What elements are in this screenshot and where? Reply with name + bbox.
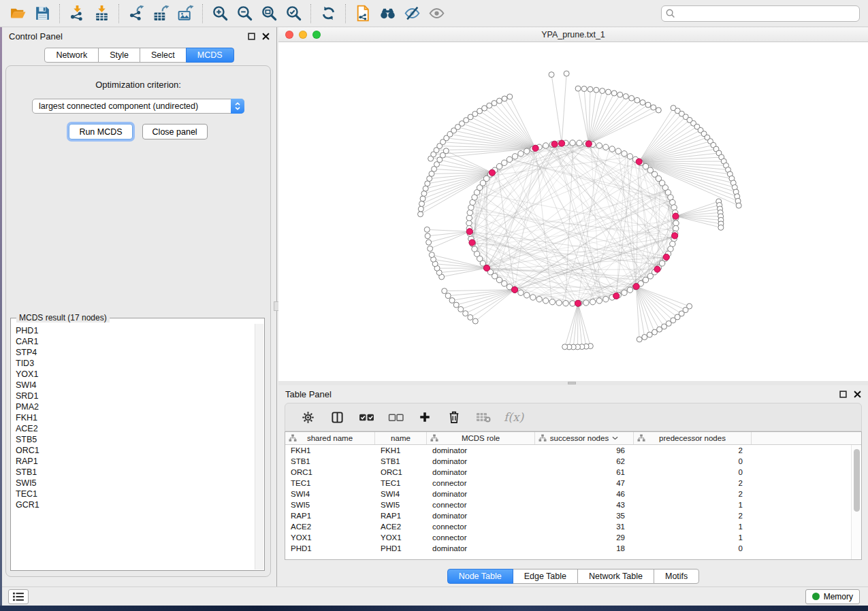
export-network-button[interactable] xyxy=(124,3,148,24)
table-cell[interactable]: dominator xyxy=(427,445,535,456)
mcds-result-item[interactable]: RAP1 xyxy=(16,456,250,467)
table-cell[interactable]: SWI5 xyxy=(285,499,375,510)
network-edge[interactable] xyxy=(637,286,669,323)
mcds-result-item[interactable]: SRD1 xyxy=(16,391,250,401)
zoom-out-button[interactable] xyxy=(232,3,257,24)
function-builder-button[interactable]: f(x) xyxy=(504,410,524,424)
network-node[interactable] xyxy=(420,196,425,201)
network-node[interactable] xyxy=(556,300,562,306)
refresh-view-button[interactable] xyxy=(316,3,340,24)
network-edge[interactable] xyxy=(616,154,626,296)
mcds-result-item[interactable]: CAR1 xyxy=(16,336,250,347)
network-edge[interactable] xyxy=(485,108,536,148)
network-node[interactable] xyxy=(496,277,502,282)
show-columns-button[interactable] xyxy=(325,406,349,428)
show-graphics-details-button[interactable] xyxy=(424,3,449,24)
network-edge[interactable] xyxy=(589,105,648,144)
network-edge[interactable] xyxy=(589,103,643,144)
close-panel-button[interactable]: Close panel xyxy=(142,124,208,139)
table-cell[interactable]: STB1 xyxy=(375,456,427,467)
network-edge[interactable] xyxy=(589,98,632,144)
table-cell[interactable]: connector xyxy=(427,499,535,510)
network-node[interactable] xyxy=(647,274,653,279)
mcds-result-item[interactable]: TID3 xyxy=(16,358,250,369)
table-cell[interactable]: connector xyxy=(427,532,535,543)
mcds-result-item[interactable]: SWI5 xyxy=(16,478,250,489)
table-cell[interactable]: ORC1 xyxy=(375,467,427,478)
network-node[interactable] xyxy=(563,301,568,306)
network-node[interactable] xyxy=(583,300,589,306)
network-node[interactable] xyxy=(671,205,677,210)
network-node[interactable] xyxy=(617,92,623,97)
network-edge[interactable] xyxy=(589,91,602,144)
table-scrollbar[interactable] xyxy=(851,445,861,559)
mcds-dominator-node[interactable] xyxy=(469,240,475,246)
mcds-result-item[interactable]: FKH1 xyxy=(16,412,250,423)
network-node[interactable] xyxy=(645,102,651,108)
network-node[interactable] xyxy=(502,281,507,286)
network-node[interactable] xyxy=(502,96,507,101)
network-node[interactable] xyxy=(428,246,433,251)
network-edge[interactable] xyxy=(675,209,720,216)
network-node[interactable] xyxy=(496,163,502,169)
network-edge[interactable] xyxy=(639,111,678,162)
network-edge[interactable] xyxy=(456,290,515,305)
network-edge[interactable] xyxy=(639,120,690,161)
network-node[interactable] xyxy=(524,148,530,154)
network-node[interactable] xyxy=(418,206,423,212)
network-node[interactable] xyxy=(736,203,741,208)
network-node[interactable] xyxy=(543,298,548,303)
close-panel-icon[interactable] xyxy=(262,33,270,40)
network-file-share-button[interactable] xyxy=(351,3,375,24)
network-node[interactable] xyxy=(652,329,658,335)
table-row[interactable]: YOX1YOX1connector291 xyxy=(285,532,861,543)
network-node[interactable] xyxy=(637,337,642,342)
network-edge[interactable] xyxy=(637,286,686,310)
network-node[interactable] xyxy=(429,252,434,258)
network-node[interactable] xyxy=(507,156,512,162)
table-cell[interactable]: 1 xyxy=(634,532,752,543)
network-edge[interactable] xyxy=(509,160,578,303)
mcds-result-item[interactable]: PHD1 xyxy=(16,325,250,336)
table-cell[interactable]: ACE2 xyxy=(285,521,375,532)
memory-button[interactable]: Memory xyxy=(805,589,860,604)
network-edge[interactable] xyxy=(569,303,578,347)
table-cell[interactable]: 0 xyxy=(634,467,752,478)
horizontal-splitter-handle[interactable] xyxy=(568,382,576,384)
mcds-dominator-node[interactable] xyxy=(613,293,620,299)
network-edge[interactable] xyxy=(435,264,487,268)
network-edge[interactable] xyxy=(578,88,589,144)
zoom-in-button[interactable] xyxy=(208,3,232,24)
mcds-dominator-node[interactable] xyxy=(585,141,592,147)
network-node[interactable] xyxy=(466,220,472,226)
network-edge[interactable] xyxy=(639,123,694,161)
network-node[interactable] xyxy=(673,220,679,226)
network-edge[interactable] xyxy=(578,303,586,346)
table-row[interactable]: ACE2ACE2connector311 xyxy=(285,521,861,532)
network-node[interactable] xyxy=(562,344,568,350)
network-edge[interactable] xyxy=(675,201,718,216)
mcds-result-item[interactable]: YOX1 xyxy=(16,369,250,380)
mcds-dominator-node[interactable] xyxy=(489,169,495,176)
table-cell[interactable]: 96 xyxy=(535,445,634,456)
table-cell[interactable]: dominator xyxy=(427,489,535,499)
network-node[interactable] xyxy=(512,154,517,159)
table-cell[interactable]: TEC1 xyxy=(285,478,375,489)
network-node[interactable] xyxy=(543,143,548,148)
mcds-dominator-node[interactable] xyxy=(559,140,565,146)
network-node[interactable] xyxy=(642,334,647,340)
network-node[interactable] xyxy=(445,293,451,299)
network-node[interactable] xyxy=(656,108,661,113)
network-edge[interactable] xyxy=(589,144,636,286)
network-node[interactable] xyxy=(596,298,602,303)
network-node[interactable] xyxy=(424,227,430,232)
table-cell[interactable]: dominator xyxy=(427,467,535,478)
table-cell[interactable]: SWI4 xyxy=(375,489,427,499)
create-column-button[interactable] xyxy=(413,406,436,428)
network-node[interactable] xyxy=(611,90,617,96)
delete-table-button[interactable] xyxy=(472,406,495,428)
network-node[interactable] xyxy=(570,140,575,146)
network-edge[interactable] xyxy=(475,290,515,321)
tab-network[interactable]: Network xyxy=(44,48,99,63)
network-node[interactable] xyxy=(502,160,507,165)
